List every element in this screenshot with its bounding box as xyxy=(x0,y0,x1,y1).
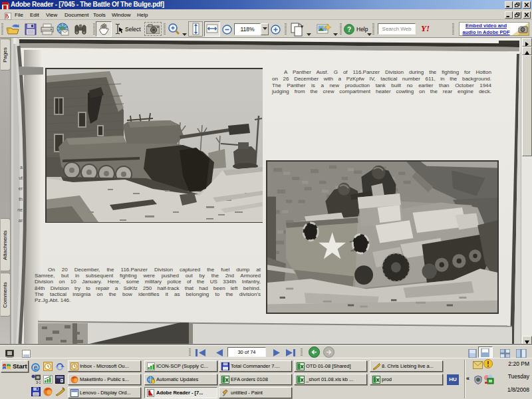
svg-text:?: ? xyxy=(347,26,351,33)
svg-text:e: e xyxy=(34,364,38,371)
svg-text:3-270: 3-270 xyxy=(36,380,41,384)
